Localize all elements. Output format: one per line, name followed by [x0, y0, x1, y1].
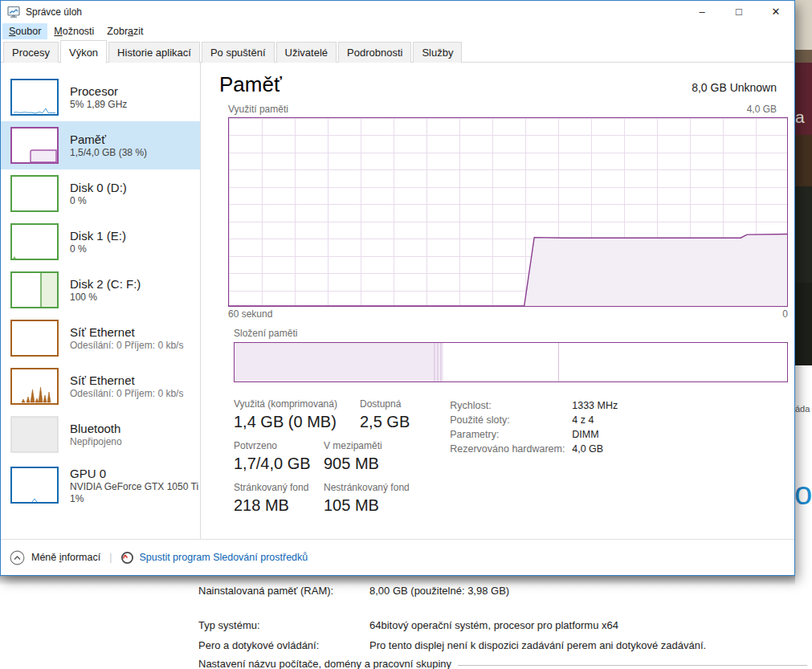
chevron-up-circle-icon	[10, 550, 25, 565]
tab-vykon[interactable]: Výkon	[60, 40, 107, 63]
background-text-fragment: áda	[795, 404, 810, 414]
memory-stats: Využitá (komprimovaná) 1,4 GB (0 MB) Dos…	[234, 398, 794, 524]
close-button[interactable]: ✕	[757, 1, 794, 22]
sidebar-item-bluetooth[interactable]: Bluetooth Nepřipojeno	[1, 410, 200, 459]
background-photo-fragment	[795, 135, 812, 186]
sidebar-item-cpu[interactable]: Procesor 5% 1,89 GHz	[1, 73, 200, 121]
sidebar-item-sub: 100 %	[70, 292, 141, 304]
bluetooth-thumbnail	[10, 416, 59, 453]
sidebar-item-title: Síť Ethernet	[70, 373, 183, 388]
disk0-thumbnail-chart	[10, 175, 59, 212]
axis-left-label: 60 sekund	[228, 308, 272, 320]
ethernet1-thumbnail-chart	[10, 320, 59, 357]
stat-label: Nestránkovaný fond	[324, 482, 410, 493]
task-manager-icon	[7, 6, 20, 18]
sidebar-item-sub: 0 %	[70, 243, 126, 255]
detail-value: DIMM	[572, 427, 598, 442]
sidebar-item-ethernet-2[interactable]: Síť Ethernet Odesílání: 0 Příjem: 0 kb/s	[1, 362, 200, 410]
titlebar[interactable]: Správce úloh – □ ✕	[1, 1, 794, 22]
sysinfo-row: Nainstalovaná paměť (RAM): 8,00 GB (použ…	[0, 585, 787, 597]
sidebar-item-sub2: 1%	[70, 493, 198, 505]
tab-historie-aplikaci[interactable]: Historie aplikací	[108, 42, 200, 63]
detail-value: 1333 MHz	[572, 398, 618, 413]
sidebar-item-title: GPU 0	[70, 466, 198, 481]
maximize-button[interactable]: □	[720, 1, 757, 22]
less-info-button[interactable]: Méně informací	[10, 550, 100, 565]
stat-label: Potvrzeno	[234, 440, 306, 451]
sidebar-item-title: Bluetooth	[70, 421, 122, 436]
sidebar-item-title: Paměť	[70, 132, 147, 147]
sysinfo-label: Pero a dotykové ovládání:	[198, 639, 369, 651]
composition-inuse-segment	[235, 343, 435, 381]
sidebar-item-sub: 0 %	[70, 195, 127, 207]
window-shadow	[0, 576, 795, 585]
memory-total: 8,0 GB Unknown	[692, 81, 777, 94]
tab-uzivatele[interactable]: Uživatelé	[276, 42, 337, 63]
menu-soubor[interactable]: Soubor	[2, 23, 47, 39]
resource-monitor-link[interactable]: Spustit program Sledování prostředků	[120, 551, 308, 565]
memory-usage-fill	[229, 235, 787, 307]
sidebar-item-title: Disk 1 (E:)	[70, 228, 126, 243]
sidebar-item-gpu[interactable]: GPU 0 NVIDIA GeForce GTX 1050 Ti 1%	[1, 459, 200, 512]
sysinfo-label: Typ systému:	[198, 619, 369, 631]
detail-value: 4 z 4	[572, 413, 594, 427]
stat-value: 1,7/4,0 GB	[234, 455, 306, 473]
sysinfo-row: Typ systému: 64bitový operační systém, p…	[0, 619, 787, 631]
detail-label: Rezervováno hardwarem:	[450, 442, 572, 456]
stat-value: 2,5 GB	[360, 413, 410, 431]
sidebar-item-sub: 5% 1,89 GHz	[70, 99, 127, 111]
background-photo-fragment	[795, 283, 812, 365]
disk1-thumbnail-chart	[10, 223, 59, 260]
menu-moznosti[interactable]: Možnosti	[47, 23, 100, 39]
sidebar-item-sub: NVIDIA GeForce GTX 1050 Ti	[70, 481, 198, 493]
cpu-thumbnail-chart	[10, 79, 59, 116]
memory-usage-series	[229, 118, 787, 306]
tab-bar: Procesy Výkon Historie aplikací Po spušt…	[1, 40, 794, 63]
sidebar-item-sub: Nepřipojeno	[70, 436, 122, 448]
sysinfo-row: Pero a dotykové ovládání: Pro tento disp…	[0, 639, 787, 651]
task-manager-window: Správce úloh – □ ✕ Soubor Možnosti Zobra…	[0, 0, 795, 576]
detail-label: Použité sloty:	[450, 413, 572, 427]
tab-po-spusteni[interactable]: Po spuštění	[202, 42, 275, 63]
sidebar-item-memory[interactable]: Paměť 1,5/4,0 GB (38 %)	[1, 121, 200, 169]
memory-composition-bar	[234, 342, 788, 382]
memory-usage-chart	[228, 117, 788, 307]
stat-value: 105 MB	[324, 496, 410, 515]
footer-bar: Méně informací | Spustit program Sledová…	[1, 539, 794, 575]
stat-value: 218 MB	[234, 496, 306, 515]
stat-value: 1,4 GB (0 MB)	[234, 413, 342, 431]
background-heading-fragment: ov	[794, 475, 812, 512]
tab-procesy[interactable]: Procesy	[3, 42, 59, 63]
page-title: Paměť	[219, 72, 282, 97]
sidebar-item-disk2[interactable]: Disk 2 (C: F:) 100 %	[1, 266, 200, 314]
background-photo-fragment	[795, 186, 812, 283]
sidebar-item-sub: Odesílání: 0 Příjem: 0 kb/s	[70, 340, 183, 352]
sidebar-item-ethernet-1[interactable]: Síť Ethernet Odesílání: 0 Příjem: 0 kb/s	[1, 314, 200, 362]
background-photo-fragment	[795, 50, 812, 63]
sidebar-item-sub: 1,5/4,0 GB (38 %)	[70, 147, 147, 159]
disk2-thumbnail-chart	[10, 271, 59, 308]
composition-label: Složení paměti	[234, 328, 794, 339]
memory-hardware-details: Rychlost:1333 MHz Použité sloty:4 z 4 Pa…	[450, 398, 618, 524]
sidebar-item-title: Disk 0 (D:)	[70, 180, 127, 195]
stat-value: 905 MB	[324, 455, 382, 473]
sidebar-item-sub: Odesílání: 0 Příjem: 0 kb/s	[70, 388, 183, 400]
detail-label: Rychlost:	[450, 398, 572, 413]
ethernet2-thumbnail-chart	[10, 368, 59, 405]
menu-bar: Soubor Možnosti Zobrazit	[1, 22, 794, 40]
photo-text-fragment: a	[795, 108, 805, 126]
tab-sluzby[interactable]: Služby	[413, 42, 462, 63]
sidebar-item-title: Disk 2 (C: F:)	[70, 276, 141, 292]
sidebar-item-disk0[interactable]: Disk 0 (D:) 0 %	[1, 169, 200, 218]
sysinfo-value: 64bitový operační systém, procesor pro p…	[369, 619, 787, 631]
usage-chart-label: Využití paměti	[228, 104, 288, 115]
memory-panel: Paměť 8,0 GB Unknown Využití paměti 4,0 …	[201, 63, 794, 539]
minimize-button[interactable]: –	[683, 1, 720, 22]
sidebar-item-disk1[interactable]: Disk 1 (E:) 0 %	[1, 218, 200, 266]
gpu-thumbnail-chart	[10, 467, 59, 504]
stat-label: Využitá (komprimovaná)	[234, 398, 342, 410]
group-header-rule	[458, 665, 807, 666]
detail-value: 4,0 GB	[572, 442, 603, 456]
menu-zobrazit[interactable]: Zobrazit	[100, 23, 149, 39]
tab-podrobnosti[interactable]: Podrobnosti	[338, 42, 411, 63]
